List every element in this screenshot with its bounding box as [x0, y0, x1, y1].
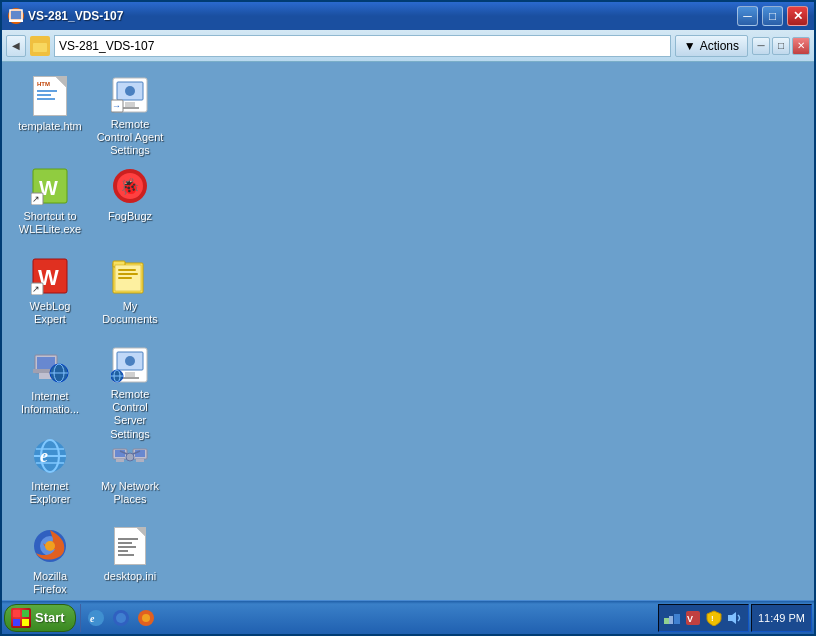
weblog-expert-icon: W ↗	[30, 256, 70, 296]
window-frame: VS-281_VDS-107 ─ □ ✕ ◀ VS-281_VDS-107 ▼ …	[0, 0, 816, 636]
taskbar-network-icon[interactable]	[110, 607, 132, 629]
address-input[interactable]: VS-281_VDS-107	[54, 35, 671, 57]
svg-text:V: V	[687, 614, 693, 624]
svg-point-81	[116, 613, 126, 623]
svg-point-62	[45, 541, 55, 551]
tray-vnc-icon: V	[684, 609, 702, 627]
svg-rect-76	[13, 619, 20, 626]
taskbar-separator	[80, 604, 81, 632]
svg-point-39	[125, 356, 135, 366]
inner-window-buttons: ─ □ ✕	[752, 37, 810, 55]
my-documents-icon	[110, 256, 150, 296]
icon-my-documents[interactable]: My Documents	[90, 250, 170, 340]
svg-point-57	[126, 453, 134, 461]
desktop: HTM template.htm	[2, 62, 814, 600]
icon-weblog-expert[interactable]: W ↗ WebLog Expert	[10, 250, 90, 340]
svg-rect-75	[22, 610, 29, 617]
svg-rect-56	[136, 459, 144, 462]
internet-info-label: Internet Informatio...	[14, 389, 86, 417]
quick-launch: e	[85, 607, 157, 629]
remote-server-icon	[110, 346, 150, 384]
maximize-button[interactable]: □	[762, 6, 783, 26]
icon-fogbugz[interactable]: 🐞 FogBugz	[90, 160, 170, 250]
my-network-icon	[110, 436, 150, 476]
svg-rect-1	[11, 11, 21, 19]
svg-text:e: e	[90, 613, 95, 624]
svg-text:↗: ↗	[32, 194, 40, 204]
nav-buttons: ◀	[6, 35, 26, 57]
tray-security-icon: !	[705, 609, 723, 627]
actions-button[interactable]: ▼ Actions	[675, 35, 748, 57]
dropdown-icon: ▼	[684, 39, 696, 53]
firefox-icon	[30, 526, 70, 566]
svg-rect-2	[9, 20, 23, 22]
fogbugz-label: FogBugz	[106, 209, 154, 224]
svg-rect-86	[669, 616, 673, 624]
my-network-label: My Network Places	[94, 479, 166, 507]
clock: 11:49 PM	[751, 604, 812, 632]
my-documents-label: My Documents	[94, 299, 166, 327]
icon-remote-control-agent[interactable]: → Remote Control Agent Settings	[90, 70, 170, 160]
svg-marker-90	[728, 612, 736, 624]
svg-rect-41	[121, 377, 139, 379]
svg-rect-53	[116, 459, 124, 462]
tray-network-icon	[663, 609, 681, 627]
weblog-expert-label: WebLog Expert	[14, 299, 86, 327]
inner-close-button[interactable]: ✕	[792, 37, 810, 55]
svg-rect-29	[118, 277, 132, 279]
close-button[interactable]: ✕	[787, 6, 808, 26]
svg-text:→: →	[112, 101, 121, 111]
windows-logo	[11, 608, 31, 628]
window-icon	[8, 8, 24, 24]
start-button[interactable]: Start	[4, 604, 76, 632]
svg-point-83	[142, 614, 150, 622]
svg-text:🐞: 🐞	[120, 177, 140, 196]
inner-window: ◀ VS-281_VDS-107 ▼ Actions ─ □ ✕	[2, 30, 814, 600]
template-htm-icon: HTM	[30, 76, 70, 116]
desktop-ini-label: desktop.ini	[102, 569, 159, 584]
minimize-button[interactable]: ─	[737, 6, 758, 26]
internet-info-icon	[30, 346, 70, 386]
actions-label: Actions	[700, 39, 739, 53]
icon-shortcut-wle[interactable]: W ↗ Shortcut to WLELite.exe	[10, 160, 90, 250]
taskbar-firefox-icon[interactable]	[135, 607, 157, 629]
template-htm-label: template.htm	[16, 119, 84, 134]
window-title: VS-281_VDS-107	[28, 9, 733, 23]
ie-label: Internet Explorer	[14, 479, 86, 507]
svg-rect-28	[118, 273, 138, 275]
remote-agent-icon: →	[110, 76, 150, 114]
svg-text:e: e	[40, 446, 48, 466]
svg-text:!: !	[711, 614, 714, 623]
back-button[interactable]: ◀	[6, 35, 26, 57]
ie-icon: e	[30, 436, 70, 476]
svg-point-8	[125, 86, 135, 96]
icon-remote-control-server[interactable]: Remote Control Server Settings	[90, 340, 170, 430]
icon-mozilla-firefox[interactable]: Mozilla Firefox	[10, 520, 90, 600]
taskbar-ie-icon[interactable]: e	[85, 607, 107, 629]
inner-maximize-button[interactable]: □	[772, 37, 790, 55]
fogbugz-icon: 🐞	[110, 166, 150, 206]
svg-rect-77	[22, 619, 29, 626]
svg-rect-10	[121, 107, 139, 109]
firefox-label: Mozilla Firefox	[14, 569, 86, 597]
svg-rect-5	[33, 43, 47, 52]
icon-template-htm[interactable]: HTM template.htm	[10, 70, 90, 160]
icon-internet-info[interactable]: Internet Informatio...	[10, 340, 90, 430]
svg-rect-74	[13, 610, 20, 617]
svg-rect-27	[118, 269, 136, 271]
shortcut-wle-icon: W ↗	[30, 166, 70, 206]
inner-minimize-button[interactable]: ─	[752, 37, 770, 55]
start-label: Start	[35, 610, 65, 625]
address-folder-icon	[30, 36, 50, 56]
svg-text:↗: ↗	[32, 284, 40, 294]
icon-my-network[interactable]: My Network Places	[90, 430, 170, 520]
taskbar-right: V ! 11:49 PM	[658, 604, 812, 632]
remote-agent-label: Remote Control Agent Settings	[94, 117, 166, 159]
icon-internet-explorer[interactable]: e Internet Explorer	[10, 430, 90, 520]
icon-desktop-ini[interactable]: desktop.ini	[90, 520, 170, 600]
system-tray: V !	[658, 604, 749, 632]
shortcut-wle-label: Shortcut to WLELite.exe	[14, 209, 86, 237]
title-bar: VS-281_VDS-107 ─ □ ✕	[2, 2, 814, 30]
desktop-ini-icon	[110, 526, 150, 566]
svg-rect-85	[674, 614, 680, 624]
